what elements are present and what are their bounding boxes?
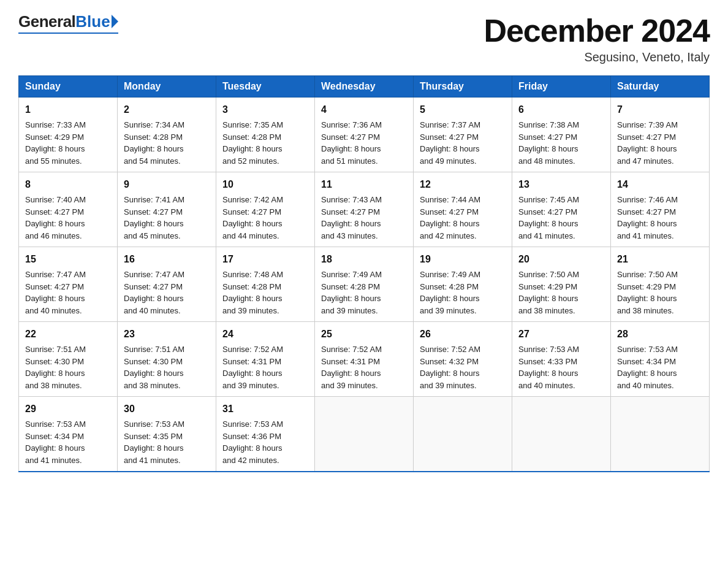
day-number: 30 [124,402,210,416]
calendar-cell: 28Sunrise: 7:53 AMSunset: 4:34 PMDayligh… [611,322,710,397]
calendar-cell: 2Sunrise: 7:34 AMSunset: 4:28 PMDaylight… [118,98,216,172]
day-info: Sunrise: 7:39 AMSunset: 4:27 PMDaylight:… [617,119,703,167]
logo-blue-box: Blue [75,12,118,31]
day-info: Sunrise: 7:38 AMSunset: 4:27 PMDaylight:… [518,119,604,167]
calendar-cell [315,397,414,472]
calendar-week-row: 22Sunrise: 7:51 AMSunset: 4:30 PMDayligh… [19,322,710,397]
day-info: Sunrise: 7:51 AMSunset: 4:30 PMDaylight:… [124,343,210,391]
day-info: Sunrise: 7:53 AMSunset: 4:34 PMDaylight:… [25,418,111,466]
day-number: 17 [222,252,308,267]
day-number: 14 [617,177,703,192]
day-info: Sunrise: 7:49 AMSunset: 4:28 PMDaylight:… [420,269,506,316]
day-number: 24 [222,327,308,342]
calendar-cell: 10Sunrise: 7:42 AMSunset: 4:27 PMDayligh… [216,172,315,247]
day-number: 25 [321,327,407,342]
calendar-cell: 3Sunrise: 7:35 AMSunset: 4:28 PMDaylight… [216,98,315,172]
day-info: Sunrise: 7:44 AMSunset: 4:27 PMDaylight:… [420,194,506,242]
calendar-week-row: 8Sunrise: 7:40 AMSunset: 4:27 PMDaylight… [19,172,710,247]
day-info: Sunrise: 7:42 AMSunset: 4:27 PMDaylight:… [222,194,308,242]
day-number: 28 [617,327,703,342]
day-number: 18 [321,252,407,267]
day-info: Sunrise: 7:52 AMSunset: 4:31 PMDaylight:… [222,343,308,391]
header-saturday: Saturday [611,76,710,98]
calendar-cell: 8Sunrise: 7:40 AMSunset: 4:27 PMDaylight… [19,172,118,247]
day-info: Sunrise: 7:36 AMSunset: 4:27 PMDaylight:… [321,119,407,167]
calendar-cell: 25Sunrise: 7:52 AMSunset: 4:31 PMDayligh… [315,322,414,397]
calendar-cell: 19Sunrise: 7:49 AMSunset: 4:28 PMDayligh… [414,247,512,322]
logo: General Blue [18,12,118,34]
day-info: Sunrise: 7:37 AMSunset: 4:27 PMDaylight:… [420,119,506,167]
day-number: 23 [124,327,210,342]
calendar-cell: 15Sunrise: 7:47 AMSunset: 4:27 PMDayligh… [19,247,118,322]
day-info: Sunrise: 7:49 AMSunset: 4:28 PMDaylight:… [321,269,407,316]
calendar-cell: 6Sunrise: 7:38 AMSunset: 4:27 PMDaylight… [512,98,611,172]
day-number: 1 [25,102,111,117]
day-info: Sunrise: 7:48 AMSunset: 4:28 PMDaylight:… [222,269,308,316]
day-info: Sunrise: 7:51 AMSunset: 4:30 PMDaylight:… [25,343,111,391]
day-number: 2 [124,102,210,117]
calendar-cell: 29Sunrise: 7:53 AMSunset: 4:34 PMDayligh… [19,397,118,472]
calendar-week-row: 15Sunrise: 7:47 AMSunset: 4:27 PMDayligh… [19,247,710,322]
day-number: 27 [518,327,604,342]
calendar-cell [611,397,710,472]
logo-text: General Blue [18,12,118,31]
day-info: Sunrise: 7:53 AMSunset: 4:33 PMDaylight:… [518,343,604,391]
header-wednesday: Wednesday [315,76,414,98]
day-number: 15 [25,252,111,267]
day-number: 6 [518,102,604,117]
calendar-cell: 14Sunrise: 7:46 AMSunset: 4:27 PMDayligh… [611,172,710,247]
header-friday: Friday [512,76,611,98]
day-number: 21 [617,252,703,267]
calendar-cell: 4Sunrise: 7:36 AMSunset: 4:27 PMDaylight… [315,98,414,172]
day-info: Sunrise: 7:47 AMSunset: 4:27 PMDaylight:… [124,269,210,316]
day-info: Sunrise: 7:35 AMSunset: 4:28 PMDaylight:… [222,119,308,167]
calendar-cell: 22Sunrise: 7:51 AMSunset: 4:30 PMDayligh… [19,322,118,397]
header-monday: Monday [118,76,216,98]
day-number: 5 [420,102,506,117]
calendar-cell: 16Sunrise: 7:47 AMSunset: 4:27 PMDayligh… [118,247,216,322]
logo-general: General [18,12,75,31]
calendar-cell: 26Sunrise: 7:52 AMSunset: 4:32 PMDayligh… [414,322,512,397]
top-area: General Blue December 2024 Segusino, Ven… [18,12,710,64]
header-sunday: Sunday [19,76,118,98]
calendar-cell: 18Sunrise: 7:49 AMSunset: 4:28 PMDayligh… [315,247,414,322]
day-info: Sunrise: 7:41 AMSunset: 4:27 PMDaylight:… [124,194,210,242]
day-number: 9 [124,177,210,192]
calendar-cell: 30Sunrise: 7:53 AMSunset: 4:35 PMDayligh… [118,397,216,472]
day-info: Sunrise: 7:50 AMSunset: 4:29 PMDaylight:… [617,269,703,316]
day-number: 3 [222,102,308,117]
day-number: 26 [420,327,506,342]
day-number: 19 [420,252,506,267]
calendar-cell: 17Sunrise: 7:48 AMSunset: 4:28 PMDayligh… [216,247,315,322]
calendar-week-row: 29Sunrise: 7:53 AMSunset: 4:34 PMDayligh… [19,397,710,472]
header-right: December 2024 Segusino, Veneto, Italy [483,12,710,64]
day-number: 16 [124,252,210,267]
day-number: 11 [321,177,407,192]
calendar-cell: 31Sunrise: 7:53 AMSunset: 4:36 PMDayligh… [216,397,315,472]
calendar-cell: 24Sunrise: 7:52 AMSunset: 4:31 PMDayligh… [216,322,315,397]
day-info: Sunrise: 7:52 AMSunset: 4:31 PMDaylight:… [321,343,407,391]
calendar-week-row: 1Sunrise: 7:33 AMSunset: 4:29 PMDaylight… [19,98,710,172]
day-info: Sunrise: 7:46 AMSunset: 4:27 PMDaylight:… [617,194,703,242]
calendar-table: Sunday Monday Tuesday Wednesday Thursday… [18,75,710,472]
calendar-cell: 7Sunrise: 7:39 AMSunset: 4:27 PMDaylight… [611,98,710,172]
month-title: December 2024 [483,12,710,49]
day-info: Sunrise: 7:50 AMSunset: 4:29 PMDaylight:… [518,269,604,316]
day-number: 20 [518,252,604,267]
calendar-cell: 13Sunrise: 7:45 AMSunset: 4:27 PMDayligh… [512,172,611,247]
logo-triangle-icon [112,15,118,28]
calendar-cell: 20Sunrise: 7:50 AMSunset: 4:29 PMDayligh… [512,247,611,322]
day-info: Sunrise: 7:52 AMSunset: 4:32 PMDaylight:… [420,343,506,391]
day-number: 13 [518,177,604,192]
day-info: Sunrise: 7:40 AMSunset: 4:27 PMDaylight:… [25,194,111,242]
day-number: 4 [321,102,407,117]
day-number: 29 [25,402,111,416]
calendar-cell: 21Sunrise: 7:50 AMSunset: 4:29 PMDayligh… [611,247,710,322]
header-tuesday: Tuesday [216,76,315,98]
calendar-cell [512,397,611,472]
calendar-page: General Blue December 2024 Segusino, Ven… [0,0,728,491]
calendar-cell: 11Sunrise: 7:43 AMSunset: 4:27 PMDayligh… [315,172,414,247]
day-info: Sunrise: 7:53 AMSunset: 4:36 PMDaylight:… [222,418,308,466]
day-info: Sunrise: 7:43 AMSunset: 4:27 PMDaylight:… [321,194,407,242]
day-info: Sunrise: 7:45 AMSunset: 4:27 PMDaylight:… [518,194,604,242]
